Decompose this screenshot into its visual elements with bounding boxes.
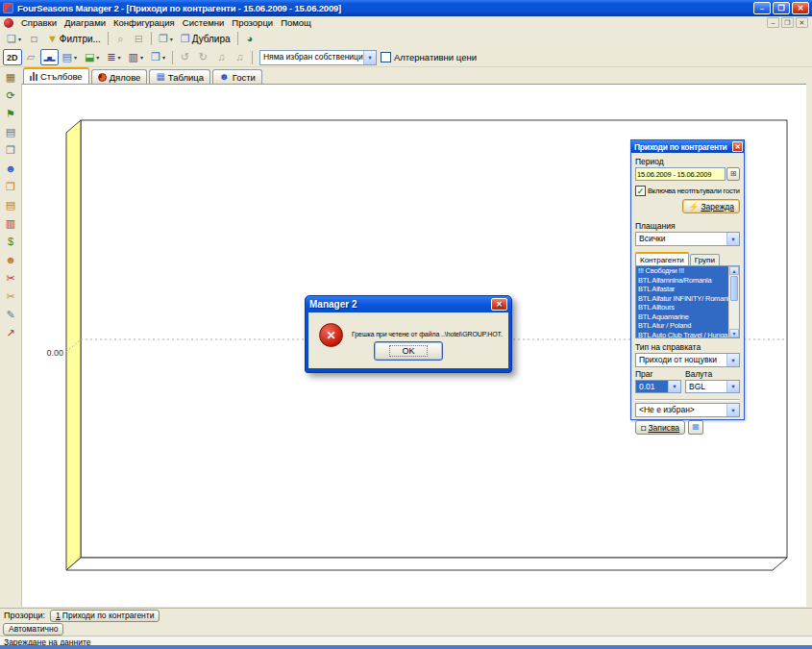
- menu-item[interactable]: Диаграми: [61, 17, 110, 28]
- currency-icon[interactable]: $: [2, 233, 20, 250]
- hotel-rooms-icon[interactable]: ▦: [2, 68, 20, 86]
- list-item[interactable]: BTL Alfastar: [636, 285, 728, 294]
- report-panel-titlebar[interactable]: Приходи по контрагенти ✕: [631, 140, 744, 153]
- chart-floor: [66, 558, 787, 570]
- automatic-button[interactable]: Автоматично: [3, 623, 63, 636]
- menu-item[interactable]: Справки: [17, 17, 61, 28]
- report-type-label: Тип на справката: [635, 342, 740, 352]
- chevron-down-icon: ▾: [118, 54, 121, 61]
- guests-group-icon[interactable]: ☻: [2, 160, 20, 177]
- list-item[interactable]: BTL Auto Club Travel / Hunga: [636, 331, 728, 338]
- restore-button[interactable]: ❐: [773, 2, 790, 14]
- rotate-cw-icon: ↻: [199, 52, 208, 62]
- guest-icon: ☻: [219, 72, 230, 82]
- payments-icon[interactable]: ☻: [2, 251, 20, 268]
- windows-label: Прозорци:: [4, 611, 45, 620]
- list-item[interactable]: BTL Aquamarine: [636, 312, 728, 322]
- counterparties-listbox: !!! Свободни !!!BTL Alfamnina/RomaniaBTL…: [635, 265, 740, 338]
- tab-guests[interactable]: ☻ Гости: [212, 69, 262, 84]
- currency-select[interactable]: BGL ▼: [685, 380, 740, 393]
- tab-table[interactable]: ▦ Таблица: [149, 69, 210, 84]
- report-panel-title: Приходи по контрагенти: [634, 142, 727, 152]
- payments-label: Плащания: [635, 221, 740, 231]
- 3d-style-button[interactable]: ❒▾: [147, 49, 169, 65]
- tab-counterparties[interactable]: Контрагенти: [635, 252, 689, 265]
- scroll-down-icon[interactable]: ▼: [729, 329, 739, 337]
- list-scrollbar[interactable]: ▲ ▼: [728, 266, 739, 337]
- mdi-close-button[interactable]: ✕: [796, 17, 808, 28]
- owner-select[interactable]: Няма избран собственици ▼: [259, 50, 377, 65]
- barcode-icon[interactable]: ▥: [2, 214, 20, 232]
- filters-button[interactable]: ▼Филтри...: [43, 31, 105, 47]
- disk-icon: ◘: [641, 423, 646, 433]
- menu-item[interactable]: Конфигурация: [110, 17, 179, 28]
- new-report-button[interactable]: ❏▾: [3, 31, 25, 47]
- list-item[interactable]: BTL Alfatur INFINITY/ Romani: [636, 294, 728, 304]
- dialog-close-button[interactable]: ✕: [491, 298, 507, 311]
- copy-files-icon[interactable]: ❐: [2, 178, 20, 195]
- rotate-ccw-icon: ↺: [181, 52, 189, 62]
- close-button[interactable]: ✕: [792, 2, 809, 14]
- load-button[interactable]: ⚡ Зарежда: [682, 199, 740, 213]
- shape-button[interactable]: ▱: [22, 49, 40, 65]
- list-item[interactable]: BTL Alfamnina/Romania: [636, 276, 728, 286]
- include-guests-checkbox[interactable]: ✓: [635, 186, 646, 196]
- mdi-minimize-button[interactable]: –: [767, 17, 779, 28]
- labels-button[interactable]: ⬓▾: [81, 49, 103, 65]
- period-input[interactable]: 15.06.2009 - 15.06.2009: [635, 167, 726, 181]
- vgrid-button[interactable]: ▥▾: [125, 49, 147, 65]
- mdi-restore-button[interactable]: ❐: [781, 17, 794, 28]
- sound-on-button[interactable]: ♫: [212, 49, 231, 65]
- callout-icon: ⬓: [85, 52, 94, 62]
- bars-view-button[interactable]: ▂▅▂: [40, 49, 59, 65]
- print-button[interactable]: ⊟: [130, 31, 148, 47]
- duplicate-button[interactable]: ❐Дублира: [177, 31, 234, 47]
- ok-button[interactable]: OK: [374, 341, 443, 361]
- scroll-up-icon[interactable]: ▲: [729, 266, 739, 275]
- template-manage-button[interactable]: ▦: [688, 420, 703, 435]
- tab-groups[interactable]: Групи: [690, 254, 720, 265]
- open-window-button[interactable]: 1Приходи по контрагенти: [50, 610, 160, 622]
- tab-label: Дялове: [110, 72, 141, 83]
- menu-item[interactable]: Системни: [179, 17, 229, 28]
- alt-prices-checkbox[interactable]: [381, 52, 391, 62]
- list-item[interactable]: !!! Свободни !!!: [636, 266, 728, 276]
- threshold-input[interactable]: 0.01 ▼: [635, 380, 681, 393]
- window-copy-icon[interactable]: ❐: [2, 141, 20, 159]
- refresh-image-icon[interactable]: ⟳: [2, 87, 20, 104]
- payments-select[interactable]: Всички ▼: [635, 232, 740, 246]
- chart-type-button[interactable]: ◕: [241, 31, 259, 47]
- ledger-icon[interactable]: ▤: [2, 196, 20, 213]
- hgrid-button[interactable]: ≣▾: [103, 49, 124, 65]
- minimize-button[interactable]: –: [753, 2, 771, 14]
- cut-red-icon[interactable]: ✂: [2, 269, 20, 287]
- 2d-mode-button[interactable]: 2D: [3, 49, 22, 65]
- bulgarian-flag-icon[interactable]: ⚑: [2, 105, 20, 122]
- alt-prices-label: Алтернативни цени: [394, 52, 477, 62]
- payments-value: Всички: [636, 233, 726, 245]
- tab-pie[interactable]: Дялове: [91, 69, 148, 84]
- calendar-button[interactable]: ⊞: [726, 167, 740, 181]
- template-select[interactable]: <Не е избран> ▼: [635, 403, 740, 417]
- cut-yellow-icon[interactable]: ✂: [2, 287, 20, 305]
- save-button[interactable]: ◘: [25, 31, 43, 47]
- save-template-button[interactable]: ◘ Записва: [635, 420, 685, 435]
- export-button[interactable]: ❐▾: [155, 31, 177, 47]
- calendar-icon[interactable]: ▤: [2, 123, 20, 140]
- menu-item[interactable]: Прозорци: [228, 17, 277, 28]
- rotate-cw-button[interactable]: ↻: [194, 49, 212, 65]
- panel-close-button[interactable]: ✕: [732, 141, 743, 152]
- legend-button[interactable]: ▤▾: [59, 49, 81, 65]
- sound-off-button[interactable]: ♫: [231, 49, 249, 65]
- scroll-thumb[interactable]: [730, 276, 738, 301]
- list-item[interactable]: BTL Atur / Poland: [636, 321, 728, 331]
- edit-card-icon[interactable]: ✎: [2, 306, 20, 323]
- print-preview-button[interactable]: ⌕: [111, 31, 130, 47]
- list-item[interactable]: BTL Alltours: [636, 303, 728, 312]
- tab-bars[interactable]: Стълбове: [23, 67, 89, 84]
- rotate-ccw-button[interactable]: ↺: [176, 49, 194, 65]
- menu-item[interactable]: Помощ: [277, 17, 315, 28]
- error-dialog-titlebar[interactable]: Manager 2 ✕: [308, 296, 508, 312]
- chart-export-icon[interactable]: ↗: [2, 324, 20, 341]
- report-type-select[interactable]: Приходи от нощувки ▼: [635, 353, 740, 367]
